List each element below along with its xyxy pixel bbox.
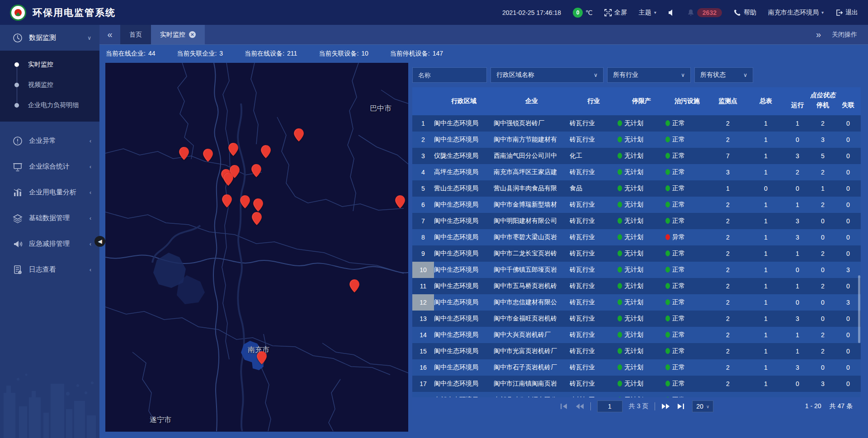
- map-marker-pin-icon[interactable]: [222, 194, 232, 207]
- chevron-down-icon: ∨: [706, 404, 709, 409]
- map-marker-pin-icon[interactable]: [253, 198, 263, 212]
- cell-lost: 0: [835, 169, 861, 176]
- cell-company: 阆中市江南镇阆南页岩: [494, 380, 570, 388]
- table-row[interactable]: 9 阆中生态环境局 阆中市二龙长宝页岩砖 砖瓦行业 无计划 正常 2 1 1 2…: [412, 245, 861, 262]
- table-row[interactable]: 6 阆中生态环境局 阆中市金博瑞新型墙材 砖瓦行业 无计划 正常 2 1 1 2…: [412, 197, 861, 213]
- map-marker-pin-icon[interactable]: [252, 212, 262, 225]
- next-page-button[interactable]: [661, 403, 670, 410]
- previous-page-button[interactable]: [575, 403, 584, 410]
- map-marker-pin-icon[interactable]: [228, 143, 238, 156]
- filter-row: 行政区域名称 ∨ 所有行业 ∨ 所有状态 ∨: [412, 67, 861, 83]
- cell-facility: 正常: [665, 315, 709, 323]
- table-row[interactable]: 16 阆中生态环境局 阆中市石子页岩机砖厂 砖瓦行业 无计划 正常 2 1 3 …: [412, 359, 861, 376]
- region-filter-select[interactable]: 行政区域名称 ∨: [491, 67, 604, 83]
- map-marker-pin-icon[interactable]: [179, 147, 189, 160]
- tab-home[interactable]: 首页: [120, 25, 151, 44]
- map-marker-pin-icon[interactable]: [257, 351, 267, 364]
- cell-lost: 0: [835, 234, 861, 241]
- map-marker-pin-icon[interactable]: [294, 128, 304, 141]
- limit-status-dot-icon: [618, 185, 622, 191]
- cell-run: 3: [785, 217, 810, 225]
- logout-button[interactable]: 退出: [835, 9, 858, 17]
- map-marker-pin-icon[interactable]: [240, 195, 250, 208]
- cell-company: 阆中市石子页岩机砖厂: [494, 363, 570, 372]
- page-number-input[interactable]: 1: [597, 400, 623, 412]
- facility-status-dot-icon: [665, 267, 670, 273]
- cell-industry: 砖瓦行业: [570, 331, 618, 339]
- sidebar-item-emergency-reduction[interactable]: 应急减排管理 ‹: [0, 231, 99, 257]
- table-row[interactable]: 2 阆中生态环境局 阆中市南方节能建材有 砖瓦行业 无计划 正常 2 1 0 3…: [412, 132, 861, 148]
- table-row[interactable]: 1 阆中生态环境局 阆中强锐页岩砖厂 砖瓦行业 无计划 正常 2 1 1 2 0: [412, 115, 861, 132]
- close-icon[interactable]: ✕: [189, 31, 196, 38]
- sound-button[interactable]: [668, 9, 675, 16]
- cell-run: 1: [785, 120, 810, 127]
- status-filter-select[interactable]: 所有状态 ∨: [694, 67, 753, 83]
- facility-status-dot-icon: [665, 120, 670, 126]
- table-row[interactable]: 14 阆中生态环境局 阆中大兴页岩机砖厂 砖瓦行业 无计划 正常 2 1 1 2…: [412, 327, 861, 343]
- table-row[interactable]: 10 阆中生态环境局 阆中千佛镇五郎垭页岩 砖瓦行业 无计划 正常 2 1 0 …: [412, 262, 861, 278]
- page-size-select[interactable]: 20 ∨: [692, 400, 713, 412]
- sidebar-item-power-load-detail[interactable]: 企业电力负荷明细: [0, 95, 99, 115]
- total-count-label: 共 47 条: [830, 402, 853, 410]
- limit-status-dot-icon: [618, 137, 622, 142]
- table-body: 1 阆中生态环境局 阆中强锐页岩砖厂 砖瓦行业 无计划 正常 2 1 1 2 0…: [412, 115, 861, 398]
- industry-filter-select[interactable]: 所有行业 ∨: [607, 67, 691, 83]
- table-row[interactable]: 8 阆中生态环境局 阆中市枣碧大梁山页岩 砖瓦行业 无计划 异常 2 1 3 0…: [412, 229, 861, 245]
- chevron-left-icon: ‹: [90, 215, 91, 221]
- first-page-button[interactable]: [560, 403, 569, 410]
- sidebar-item-data-monitoring[interactable]: 数据监测 ∨: [0, 25, 99, 51]
- tab-realtime-monitoring[interactable]: 实时监控 ✕: [151, 25, 205, 44]
- cell-industry: 化工: [570, 152, 618, 160]
- last-page-button[interactable]: [677, 403, 686, 410]
- map-marker-pin-icon[interactable]: [349, 279, 359, 292]
- cell-lost: 0: [835, 283, 861, 290]
- cell-total: 1: [747, 136, 785, 143]
- table-row[interactable]: 4 高坪生态环境局 南充市高坪区王家店建 砖瓦行业 无计划 正常 3 1 2 2…: [412, 164, 861, 180]
- name-filter-input[interactable]: [418, 71, 481, 79]
- table-row[interactable]: 11 阆中生态环境局 阆中市五马桥页岩机砖 砖瓦行业 无计划 正常 2 1 1 …: [412, 278, 861, 294]
- cell-region: 阆中生态环境局: [434, 119, 494, 127]
- cell-limit: 无计划: [618, 217, 665, 225]
- cell-facility: 正常: [665, 250, 709, 258]
- table-row[interactable]: 7 阆中生态环境局 阆中明阳建材有限公司 砖瓦行业 无计划 正常 2 1 3 0…: [412, 213, 861, 229]
- fullscreen-button[interactable]: 全屏: [604, 9, 627, 17]
- name-filter-field[interactable]: [412, 67, 487, 83]
- cell-monitor: 2: [709, 217, 747, 225]
- cell-total: 1: [747, 315, 785, 322]
- sidebar-item-video-monitoring[interactable]: 视频监控: [0, 75, 99, 95]
- close-operations-button[interactable]: 关闭操作: [832, 31, 857, 39]
- sidebar-item-log-view[interactable]: 日志查看 ‹: [0, 257, 99, 283]
- table-row[interactable]: 12 阆中生态环境局 阆中市忠信建材有限公 砖瓦行业 无计划 正常 2 1 0 …: [412, 294, 861, 311]
- map-marker-pin-icon[interactable]: [261, 145, 271, 158]
- sidebar-item-realtime-monitoring[interactable]: 实时监控: [0, 54, 99, 75]
- chevron-down-icon: ▾: [821, 10, 824, 15]
- sidebar-collapse-button[interactable]: ◀: [94, 236, 105, 247]
- cell-run: 0: [785, 185, 810, 192]
- map-panel[interactable]: 巴中市南充市遂宁市: [105, 63, 408, 432]
- tabs-scroll-right-button[interactable]: »: [816, 29, 821, 40]
- table-row[interactable]: 5 营山生态环境局 营山县润丰肉食品有限 食品 无计划 正常 1 0 0 1 0: [412, 180, 861, 197]
- sidebar-item-basic-data-management[interactable]: 基础数据管理 ‹: [0, 205, 99, 231]
- map-city-label: 巴中市: [370, 104, 392, 113]
- sidebar-item-enterprise-statistics[interactable]: 企业综合统计 ‹: [0, 154, 99, 179]
- stat-stopped-devices: 当前停机设备:147: [390, 50, 443, 58]
- limit-status-dot-icon: [618, 153, 622, 159]
- map-marker-pin-icon[interactable]: [223, 173, 233, 186]
- sidebar-item-enterprise-abnormal[interactable]: 企业异常 ‹: [0, 128, 99, 154]
- help-button[interactable]: 帮助: [734, 9, 756, 17]
- theme-dropdown[interactable]: 主题 ▾: [639, 9, 656, 17]
- map-marker-pin-icon[interactable]: [251, 164, 261, 177]
- map-marker-pin-icon[interactable]: [203, 149, 213, 162]
- sidebar-item-power-usage-analysis[interactable]: 企业用电量分析 ‹: [0, 179, 99, 205]
- table-row[interactable]: 17 阆中生态环境局 阆中市江南镇阆南页岩 砖瓦行业 无计划 正常 2 1 0 …: [412, 376, 861, 392]
- table-row[interactable]: 13 阆中生态环境局 阆中市金福旺页岩机砖 砖瓦行业 无计划 正常 2 1 3 …: [412, 311, 861, 327]
- tabs-scroll-left-button[interactable]: «: [99, 25, 120, 44]
- cell-stop: 2: [810, 120, 835, 127]
- table-scrollbar[interactable]: [858, 275, 860, 343]
- notifications[interactable]: 2632: [687, 8, 722, 17]
- org-dropdown[interactable]: 南充市生态环境局 ▾: [768, 9, 824, 17]
- map-marker-pin-icon[interactable]: [395, 195, 405, 208]
- table-row[interactable]: 15 阆中生态环境局 阆中市光富页岩机砖厂 砖瓦行业 无计划 正常 2 1 1 …: [412, 343, 861, 359]
- cell-limit: 无计划: [618, 168, 665, 176]
- table-row[interactable]: 3 仪陇生态环境局 西南油气田分公司川中 化工 无计划 正常 7 1 3 5 0: [412, 148, 861, 164]
